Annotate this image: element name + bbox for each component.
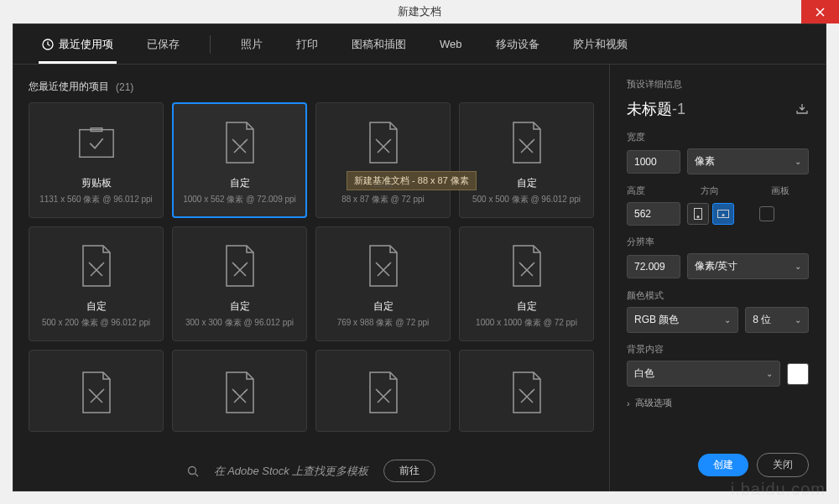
tab-mobile[interactable]: 移动设备 [492, 26, 543, 63]
preset-card[interactable]: 自定1000 x 562 像素 @ 72.009 ppi [172, 102, 307, 218]
chevron-down-icon: ⌄ [795, 315, 801, 325]
width-unit-select[interactable]: 像素⌄ [687, 148, 809, 174]
preset-card[interactable]: 自定1000 x 1000 像素 @ 72 ppi [459, 226, 594, 340]
height-input[interactable] [627, 202, 680, 226]
preset-card[interactable]: 自定88 x 87 像素 @ 72 ppi [315, 102, 451, 218]
preset-gallery: 您最近使用的项目 (21) 剪贴板1131 x 560 像素 @ 96.012 … [13, 65, 609, 491]
preset-card[interactable]: 自定769 x 988 像素 @ 72 ppi [315, 226, 451, 340]
orientation-toggle [687, 203, 734, 225]
color-mode-select[interactable]: RGB 颜色⌄ [627, 307, 738, 333]
preset-tooltip: 新建基准文档 - 88 x 87 像素 [347, 171, 477, 190]
preset-card[interactable] [459, 350, 594, 432]
preset-title: 自定 [230, 176, 250, 190]
svg-rect-1 [79, 129, 112, 157]
new-document-dialog: 最近使用项 已保存 照片 打印 图稿和插图 Web 移动设备 胶片和视频 您最近… [13, 23, 826, 491]
chevron-right-icon: › [627, 398, 630, 408]
document-icon [363, 369, 404, 416]
resolution-input[interactable] [627, 255, 680, 278]
color-mode-label: 颜色模式 [627, 289, 809, 302]
tab-film[interactable]: 胶片和视频 [570, 26, 631, 63]
preset-title: 自定 [517, 176, 537, 190]
tab-recent[interactable]: 最近使用项 [39, 26, 117, 63]
go-button[interactable]: 前往 [383, 460, 435, 482]
category-tabs: 最近使用项 已保存 照片 打印 图稿和插图 Web 移动设备 胶片和视频 [13, 24, 826, 65]
orientation-portrait[interactable] [687, 203, 709, 225]
preset-details-panel: 预设详细信息 未标题-1 宽度 像素⌄ 高度 方向 画板 [609, 65, 826, 491]
tab-web[interactable]: Web [436, 27, 466, 61]
tab-photo[interactable]: 照片 [237, 26, 266, 63]
preset-card[interactable]: 自定300 x 300 像素 @ 96.012 ppi [172, 226, 307, 340]
dialog-footer: 创建 关闭 [627, 443, 809, 477]
background-label: 背景内容 [627, 343, 809, 356]
dialog-body: 您最近使用的项目 (21) 剪贴板1131 x 560 像素 @ 96.012 … [13, 65, 826, 491]
advanced-options-toggle[interactable]: › 高级选项 [627, 397, 809, 409]
window-title: 新建文档 [398, 4, 441, 19]
svg-point-2 [188, 466, 195, 474]
document-icon [363, 242, 404, 289]
preset-dimensions: 1000 x 562 像素 @ 72.009 ppi [183, 194, 296, 205]
recent-count: (21) [116, 81, 133, 93]
close-button[interactable] [801, 0, 839, 23]
preset-dimensions: 1000 x 1000 像素 @ 72 ppi [476, 317, 577, 329]
document-name[interactable]: 未标题-1 [627, 99, 685, 119]
clock-icon [42, 39, 54, 50]
preset-card[interactable]: 自定500 x 500 像素 @ 96.012 ppi [459, 102, 594, 218]
height-label: 高度 [627, 184, 680, 197]
preset-title: 自定 [230, 299, 250, 314]
preset-card[interactable]: 剪贴板1131 x 560 像素 @ 96.012 ppi [29, 102, 164, 218]
tab-separator [210, 35, 211, 54]
chevron-down-icon: ⌄ [795, 157, 801, 166]
orientation-label: 方向 [701, 184, 751, 197]
stock-search-row: 在 Adobe Stock 上查找更多模板 前往 [29, 446, 594, 491]
bit-depth-select[interactable]: 8 位⌄ [745, 307, 809, 333]
search-icon [187, 465, 199, 477]
document-icon [507, 369, 547, 416]
preset-dimensions: 500 x 200 像素 @ 96.012 ppi [42, 317, 150, 329]
preset-card[interactable] [315, 350, 451, 432]
document-icon [507, 242, 547, 289]
create-button[interactable]: 创建 [698, 454, 748, 476]
chevron-down-icon: ⌄ [766, 369, 773, 378]
document-name-row: 未标题-1 [627, 99, 809, 119]
preset-title: 剪贴板 [81, 176, 112, 190]
width-label: 宽度 [627, 131, 809, 143]
document-icon [220, 242, 260, 289]
document-icon [220, 119, 260, 166]
preset-card[interactable] [29, 350, 164, 432]
preset-title: 自定 [86, 299, 107, 314]
preset-title: 自定 [373, 299, 393, 314]
stock-search-placeholder[interactable]: 在 Adobe Stock 上查找更多模板 [214, 464, 369, 479]
close-icon [816, 8, 825, 17]
width-input[interactable] [627, 150, 680, 174]
recent-label: 您最近使用的项目 (21) [29, 80, 594, 94]
preset-card[interactable]: 自定500 x 200 像素 @ 96.012 ppi [29, 226, 164, 340]
orientation-landscape[interactable] [712, 203, 734, 225]
background-swatch[interactable] [787, 363, 809, 385]
chevron-down-icon: ⌄ [795, 262, 801, 271]
document-icon [363, 119, 404, 166]
background-select[interactable]: 白色⌄ [627, 361, 780, 387]
resolution-label: 分辨率 [627, 236, 809, 248]
chevron-down-icon: ⌄ [724, 315, 731, 325]
artboard-checkbox[interactable] [759, 206, 774, 221]
preset-dimensions: 300 x 300 像素 @ 96.012 ppi [185, 317, 294, 329]
preset-dimensions: 769 x 988 像素 @ 72 ppi [337, 317, 430, 329]
preset-dimensions: 1131 x 560 像素 @ 96.012 ppi [39, 194, 153, 205]
preset-details-label: 预设详细信息 [627, 78, 809, 91]
close-dialog-button[interactable]: 关闭 [757, 453, 809, 477]
titlebar: 新建文档 [0, 0, 839, 23]
save-preset-icon[interactable] [795, 103, 809, 115]
tab-saved[interactable]: 已保存 [143, 26, 183, 63]
document-icon [220, 369, 260, 416]
preset-grid: 剪贴板1131 x 560 像素 @ 96.012 ppi自定1000 x 56… [29, 102, 594, 438]
document-icon [76, 242, 117, 289]
document-icon [507, 119, 547, 166]
resolution-unit-select[interactable]: 像素/英寸⌄ [687, 253, 809, 279]
tab-art[interactable]: 图稿和插图 [348, 26, 409, 63]
preset-card[interactable] [172, 350, 307, 432]
document-icon [76, 369, 117, 416]
preset-title: 自定 [517, 299, 537, 314]
preset-dimensions: 500 x 500 像素 @ 96.012 ppi [472, 194, 581, 205]
preset-dimensions: 88 x 87 像素 @ 72 ppi [341, 194, 425, 205]
tab-print[interactable]: 打印 [293, 26, 321, 63]
